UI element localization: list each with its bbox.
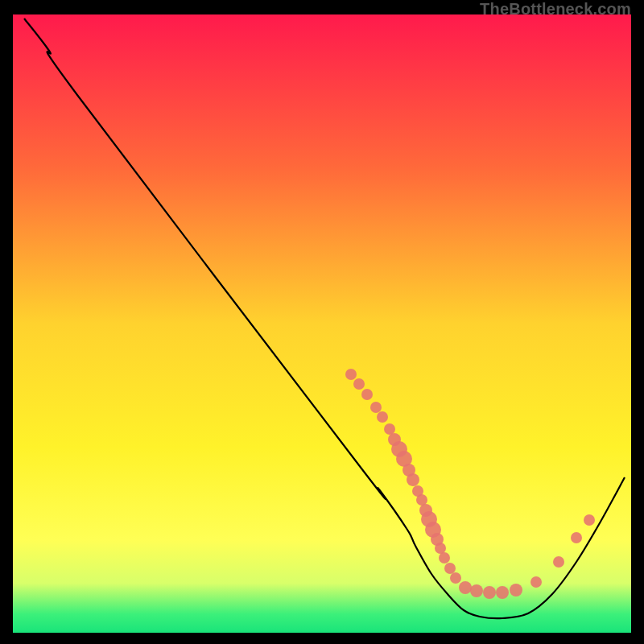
svg-point-3 (361, 389, 373, 400)
svg-point-21 (450, 572, 461, 584)
svg-point-24 (483, 586, 496, 599)
svg-point-4 (370, 402, 382, 413)
svg-point-30 (584, 514, 595, 526)
svg-point-11 (407, 473, 419, 486)
svg-point-13 (416, 494, 427, 506)
svg-point-23 (470, 584, 483, 597)
svg-point-26 (510, 584, 522, 597)
svg-point-22 (459, 581, 472, 594)
curve-layer (13, 14, 631, 633)
svg-point-25 (496, 586, 509, 599)
svg-point-6 (384, 423, 395, 435)
svg-point-2 (353, 378, 365, 390)
bottleneck-curve (24, 19, 625, 618)
svg-point-29 (571, 532, 582, 543)
svg-point-28 (553, 556, 564, 568)
svg-point-19 (439, 552, 450, 564)
svg-point-18 (435, 543, 446, 554)
chart-container: TheBottleneck.com (0, 0, 644, 644)
svg-point-27 (530, 576, 542, 588)
watermark: TheBottleneck.com (480, 0, 631, 19)
svg-point-1 (345, 369, 357, 380)
marker-dots (345, 369, 595, 599)
svg-point-20 (444, 563, 456, 574)
svg-point-5 (377, 411, 388, 423)
